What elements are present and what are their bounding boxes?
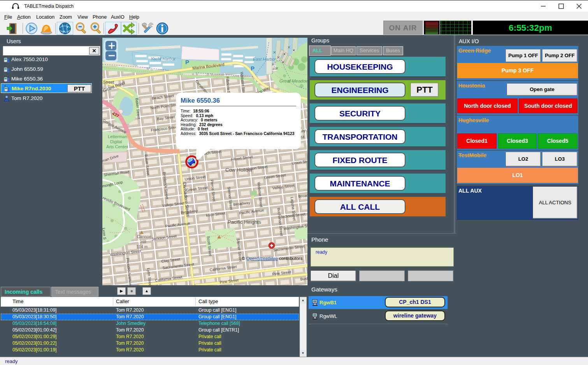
svg-text:Street: Street (103, 80, 114, 84)
svg-text:Altitude: 0 feet: Altitude: 0 feet (181, 127, 209, 131)
svg-text:Great Meadow: Great Meadow (279, 79, 307, 83)
svg-text:P: P (185, 59, 189, 65)
svg-text:Heading: 232 degrees: Heading: 232 degrees (181, 123, 223, 127)
svg-text:East Harbor: East Harbor (253, 57, 276, 61)
svg-text:Speed: 0.13 mph: Speed: 0.13 mph (181, 114, 213, 118)
svg-text:Cow Hollow: Cow Hollow (225, 167, 252, 173)
svg-text:ay S: ay S (302, 128, 307, 133)
svg-text:Lyon S: Lyon S (102, 228, 107, 240)
svg-text:Yacht Harbor: Yacht Harbor (151, 56, 176, 61)
svg-text:114 m: 114 m (137, 244, 148, 249)
svg-text:Arts Center: Arts Center (106, 144, 128, 149)
svg-text:Letterman: Letterman (108, 134, 127, 139)
svg-text:Hill: Hill (140, 239, 146, 244)
svg-text:Mike 6550.36: Mike 6550.36 (181, 97, 220, 104)
svg-text:P: P (251, 65, 255, 72)
svg-text:© OpenStreetMap contributors: © OpenStreetMap contributors (242, 256, 302, 261)
svg-text:Cannon: Cannon (137, 234, 151, 239)
svg-text:Pacific Heights: Pacific Heights (228, 219, 261, 225)
svg-text:Digital: Digital (110, 139, 122, 144)
svg-text:Accuracy: 0 meters: Accuracy: 0 meters (181, 118, 218, 122)
svg-text:Time: 18:55:06: Time: 18:55:06 (181, 109, 209, 113)
